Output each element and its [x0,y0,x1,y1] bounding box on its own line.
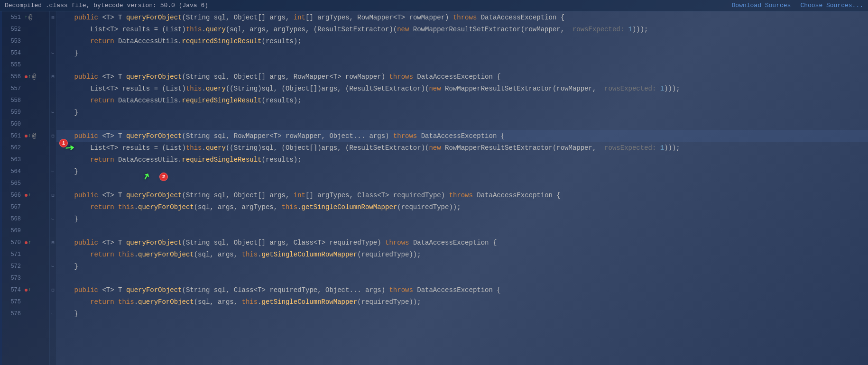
gutter-row[interactable]: 576 [0,308,49,319]
annotation-icon[interactable]: @ [32,73,36,81]
code-line[interactable]: public <T> T queryForObject(String sql, … [56,189,868,201]
annotation-icon[interactable]: @ [28,14,32,21]
fold-cell[interactable] [50,118,56,130]
gutter-row[interactable]: 553 [0,35,49,47]
choose-sources-link[interactable]: Choose Sources... [800,2,863,9]
fold-cell[interactable]: ⌐ [50,213,56,225]
code-line[interactable] [56,272,868,284]
code-line[interactable]: List<T> results = (List)this.query((Stri… [56,142,868,154]
fold-cell[interactable]: ⌐ [50,106,56,118]
fold-cell[interactable] [50,248,56,260]
code-line[interactable]: public <T> T queryForObject(String sql, … [56,11,868,23]
fold-cell[interactable] [50,177,56,189]
breakpoint-icon[interactable] [25,135,28,137]
code-line[interactable]: } [56,165,868,177]
override-up-icon[interactable]: ↑ [28,240,31,245]
gutter-row[interactable]: 557 [0,82,49,94]
code-line[interactable]: return DataAccessUtils.requiredSingleRes… [56,35,868,47]
code-line[interactable] [56,177,868,189]
override-up-icon[interactable]: ↑ [28,133,31,138]
fold-cell[interactable] [50,82,56,94]
code-token: DataAccessException [421,132,497,140]
code-line[interactable]: public <T> T queryForObject(String sql, … [56,237,868,248]
gutter-row[interactable]: 568 [0,213,49,225]
gutter-row[interactable]: 570↑ [0,237,49,248]
gutter-row[interactable]: 561↑@ [0,130,49,142]
gutter-row[interactable]: 574↑ [0,284,49,296]
fold-cell[interactable] [50,59,56,71]
code-line[interactable] [56,118,868,130]
fold-cell[interactable]: ⌐ [50,260,56,272]
code-line[interactable]: public <T> T queryForObject(String sql, … [56,130,868,142]
fold-column[interactable]: ⊟⌐⊟⌐⊟⌐⊟⌐⊟⌐⊟⌐ [50,11,56,365]
gutter-row[interactable]: 567 [0,201,49,213]
fold-cell[interactable]: ⊟ [50,237,56,248]
override-up-icon[interactable]: ↑ [25,15,28,20]
code-line[interactable]: public <T> T queryForObject(String sql, … [56,71,868,82]
gutter-row[interactable]: 554 [0,47,49,59]
fold-cell[interactable] [50,142,56,154]
annotation-icon[interactable]: @ [32,132,36,140]
code-line[interactable]: List<T> results = (List)this.query(sql, … [56,23,868,35]
breakpoint-icon[interactable] [25,75,28,78]
gutter-row[interactable]: 560 [0,118,49,130]
code-editor[interactable]: 551↑@552553554555556↑@557558559560561↑@5… [0,11,868,365]
gutter-row[interactable]: 558 [0,94,49,106]
code-area[interactable]: public <T> T queryForObject(String sql, … [56,11,868,365]
fold-cell[interactable] [50,201,56,213]
code-line[interactable]: } [56,260,868,272]
code-line[interactable]: return DataAccessUtils.requiredSingleRes… [56,154,868,165]
gutter-row[interactable]: 563 [0,154,49,165]
fold-cell[interactable]: ⌐ [50,47,56,59]
fold-cell[interactable] [50,296,56,308]
code-token: return [90,203,114,211]
fold-cell[interactable]: ⊟ [50,130,56,142]
code-line[interactable] [56,225,868,237]
code-line[interactable]: return DataAccessUtils.requiredSingleRes… [56,94,868,106]
code-line[interactable] [56,59,868,71]
code-line[interactable]: List<T> results = (List)this.query((Stri… [56,82,868,94]
fold-cell[interactable] [50,23,56,35]
fold-cell[interactable]: ⊟ [50,189,56,201]
breakpoint-icon[interactable] [25,289,28,292]
gutter-row[interactable]: 565 [0,177,49,189]
fold-cell[interactable]: ⌐ [50,165,56,177]
gutter-row[interactable]: 564 [0,165,49,177]
code-line[interactable]: return this.queryForObject(sql, args, ar… [56,201,868,213]
code-line[interactable]: } [56,213,868,225]
gutter-row[interactable]: 573 [0,272,49,284]
override-up-icon[interactable]: ↑ [28,74,31,79]
override-up-icon[interactable]: ↑ [28,192,31,198]
gutter-row[interactable]: 569 [0,225,49,237]
gutter-row[interactable]: 552 [0,23,49,35]
fold-cell[interactable]: ⊟ [50,11,56,23]
override-up-icon[interactable]: ↑ [28,287,31,292]
gutter-row[interactable]: 562 [0,142,49,154]
fold-cell[interactable]: ⊟ [50,284,56,296]
breakpoint-icon[interactable] [25,241,28,244]
download-sources-link[interactable]: Download Sources [732,2,791,9]
code-line[interactable]: } [56,308,868,319]
breakpoint-icon[interactable] [25,194,28,197]
gutter-row[interactable]: 566↑ [0,189,49,201]
code-line[interactable]: } [56,47,868,59]
fold-cell[interactable] [50,225,56,237]
gutter-row[interactable]: 575 [0,296,49,308]
fold-cell[interactable] [50,35,56,47]
code-line[interactable]: } [56,106,868,118]
gutter-row[interactable]: 556↑@ [0,71,49,82]
fold-cell[interactable]: ⊟ [50,71,56,82]
gutter-row[interactable]: 551↑@ [0,11,49,23]
gutter-row[interactable]: 571 [0,248,49,260]
gutter[interactable]: 551↑@552553554555556↑@557558559560561↑@5… [0,11,50,365]
gutter-row[interactable]: 572 [0,260,49,272]
code-line[interactable]: return this.queryForObject(sql, args, th… [56,248,868,260]
fold-cell[interactable] [50,272,56,284]
fold-cell[interactable]: ⌐ [50,308,56,319]
gutter-row[interactable]: 559 [0,106,49,118]
fold-cell[interactable] [50,94,56,106]
code-line[interactable]: return this.queryForObject(sql, args, th… [56,296,868,308]
gutter-row[interactable]: 555 [0,59,49,71]
fold-cell[interactable] [50,154,56,165]
code-line[interactable]: public <T> T queryForObject(String sql, … [56,284,868,296]
